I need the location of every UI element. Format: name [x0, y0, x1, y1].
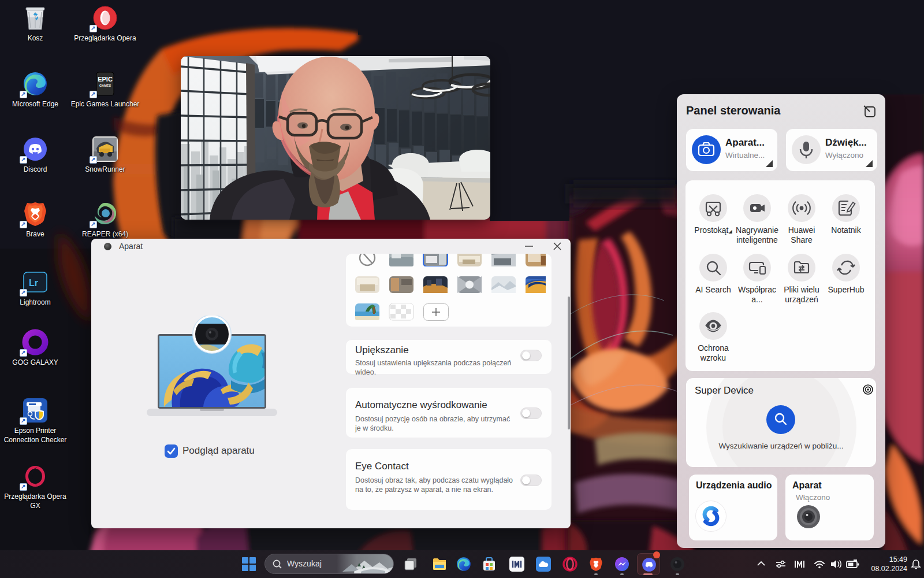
- svg-text:EPIC: EPIC: [98, 76, 113, 83]
- svg-text:Lr: Lr: [29, 278, 38, 288]
- svg-text:GAMES: GAMES: [99, 84, 111, 87]
